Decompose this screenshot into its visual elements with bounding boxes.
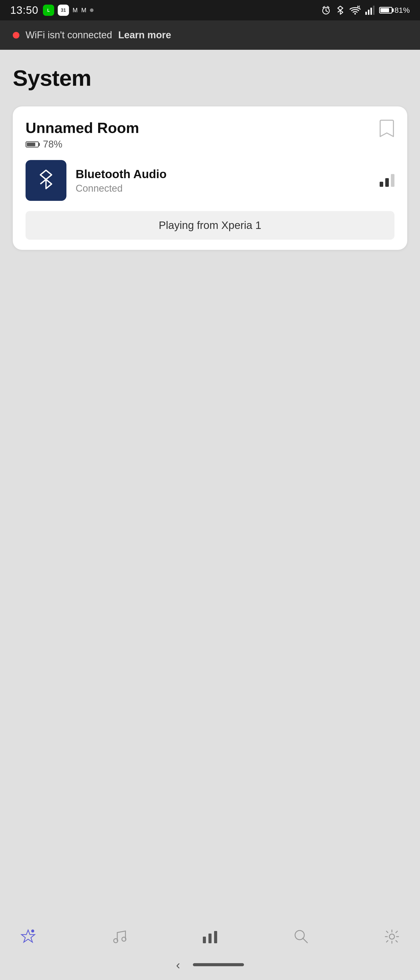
svg-rect-19 — [203, 937, 206, 943]
settings-icon — [384, 929, 399, 944]
device-icon-box — [26, 160, 66, 201]
battery-indicator: 81% — [379, 6, 410, 14]
status-bar-left: 13:50 L 31 M M — [10, 4, 94, 16]
nav-item-favorites[interactable] — [15, 924, 41, 950]
signal-icon — [365, 6, 375, 15]
svg-rect-21 — [214, 931, 217, 943]
device-name: Bluetooth Audio — [76, 167, 370, 181]
svg-point-24 — [389, 934, 394, 939]
gmail-icon-2: M — [81, 6, 86, 14]
status-time: 13:50 — [10, 4, 38, 16]
svg-line-23 — [303, 938, 307, 943]
nav-item-system[interactable] — [197, 924, 223, 950]
page-title: System — [13, 65, 407, 91]
bluetooth-device-icon — [36, 168, 56, 193]
notification-dot — [90, 8, 94, 12]
svg-line-14 — [40, 180, 46, 184]
home-indicator: ‹ — [0, 950, 420, 980]
music-icon — [112, 929, 126, 944]
room-battery-percent: 78% — [43, 139, 62, 150]
back-button[interactable]: ‹ — [176, 958, 180, 972]
svg-rect-12 — [370, 8, 372, 15]
device-info: Bluetooth Audio Connected — [76, 167, 370, 194]
svg-point-8 — [355, 13, 356, 14]
search-icon — [294, 929, 308, 944]
status-bar-right: R 81% — [321, 5, 410, 15]
svg-line-4 — [326, 11, 327, 12]
status-bar: 13:50 L 31 M M — [0, 0, 420, 21]
room-card[interactable]: Unnamed Room 78% — [13, 107, 407, 250]
nav-item-search[interactable] — [288, 924, 314, 950]
wifi-status-icon: R — [350, 6, 361, 15]
line-app-icon: L — [43, 5, 54, 16]
wifi-learn-more-link[interactable]: Learn more — [118, 30, 171, 41]
room-battery-icon — [26, 142, 39, 148]
bottom-navigation — [0, 924, 420, 950]
svg-rect-11 — [368, 10, 369, 15]
device-signal-bars — [380, 174, 394, 187]
system-icon — [202, 929, 218, 944]
svg-text:L: L — [47, 8, 50, 13]
device-status: Connected — [76, 183, 370, 194]
playing-from-button[interactable]: Playing from Xperia 1 — [26, 211, 394, 240]
favorites-icon — [21, 929, 36, 944]
home-pill[interactable] — [193, 963, 244, 966]
bluetooth-status-icon — [336, 5, 345, 15]
device-row[interactable]: Bluetooth Audio Connected — [26, 160, 394, 201]
wifi-warning-text: WiFi isn't connected — [26, 30, 112, 41]
nav-item-settings[interactable] — [379, 924, 405, 950]
room-battery: 78% — [26, 139, 139, 150]
wifi-warning-dot — [13, 32, 19, 38]
svg-rect-20 — [208, 934, 212, 943]
room-info: Unnamed Room 78% — [26, 119, 139, 150]
svg-text:R: R — [357, 6, 360, 8]
gmail-icon-1: M — [73, 6, 78, 14]
alarm-icon — [321, 5, 331, 15]
playing-from-text: Playing from Xperia 1 — [159, 219, 261, 231]
bookmark-icon[interactable] — [379, 119, 394, 138]
battery-percent: 81% — [394, 6, 410, 14]
wifi-warning-banner[interactable]: WiFi isn't connected Learn more — [0, 21, 420, 50]
status-app-icons: L 31 M M — [43, 5, 94, 16]
calendar-app-icon: 31 — [58, 5, 69, 16]
svg-rect-13 — [373, 6, 375, 15]
main-content: System Unnamed Room 78% — [0, 50, 420, 250]
svg-rect-10 — [365, 12, 367, 15]
nav-item-music[interactable] — [106, 924, 132, 950]
svg-point-16 — [31, 929, 34, 932]
room-name: Unnamed Room — [26, 119, 139, 136]
room-card-header: Unnamed Room 78% — [26, 119, 394, 150]
